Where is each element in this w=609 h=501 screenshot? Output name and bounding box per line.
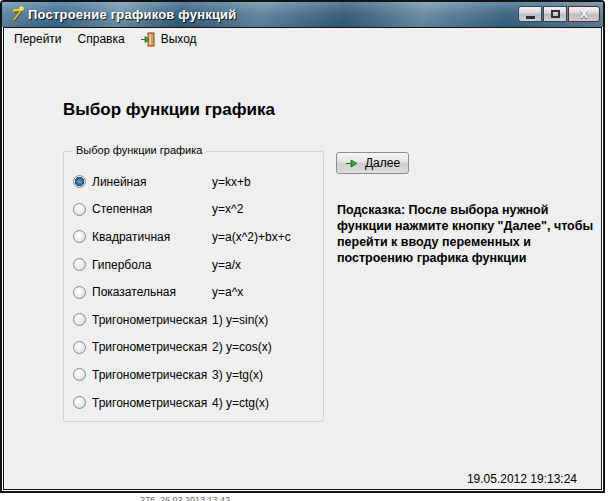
function-option-row[interactable]: Тригонометрическая 4) y=ctg(x)	[73, 389, 319, 417]
radio-label: Тригонометрическая	[92, 396, 212, 410]
menu-item-spravka[interactable]: Справка	[72, 29, 131, 49]
minimize-icon	[526, 16, 535, 19]
radio-button[interactable]	[73, 175, 86, 188]
radio-button[interactable]	[73, 230, 86, 243]
radio-button[interactable]	[73, 368, 86, 381]
background-content-fragment: 276. 26.02.2013 13:43	[140, 495, 230, 501]
exit-toolbar-button[interactable]: Выход	[135, 30, 202, 49]
function-option-row[interactable]: Тригонометрическая 2) y=cos(x)	[73, 334, 319, 362]
function-option-row[interactable]: Показательная y=a^x	[73, 278, 319, 306]
window-title: Построение графиков функций	[28, 7, 237, 22]
radio-formula: y=a/x	[212, 258, 241, 272]
radio-label: Линейная	[92, 175, 212, 189]
radio-formula: y=x^2	[212, 202, 243, 216]
radio-label: Показательная	[92, 285, 212, 299]
function-option-row[interactable]: Степенная y=x^2	[73, 196, 319, 224]
menu-item-perejti[interactable]: Перейти	[8, 29, 68, 49]
datetime-label: 19.05.2012 19:13:24	[467, 472, 577, 486]
radio-button[interactable]	[73, 258, 86, 271]
radio-button[interactable]	[73, 203, 86, 216]
titlebar[interactable]: 7 Построение графиков функций X	[2, 2, 603, 27]
green-arrow-icon	[345, 158, 358, 169]
app-window: 7 Построение графиков функций X Перейти …	[0, 0, 605, 493]
hint-text: Подсказка: После выбора нужной функции н…	[337, 202, 601, 266]
radio-group-list: Линейная y=kx+b Степенная y=x^2 Квадрати…	[73, 168, 319, 416]
minimize-button[interactable]	[518, 6, 542, 22]
next-button-label: Далее	[365, 156, 400, 170]
client-area: Выбор функции графика Выбор функции граф…	[4, 50, 601, 489]
menubar: Перейти Справка Выход	[4, 28, 601, 50]
function-option-row[interactable]: Тригонометрическая 3) y=tg(x)	[73, 361, 319, 389]
next-button[interactable]: Далее	[336, 152, 409, 174]
radio-formula: y=a^x	[212, 285, 243, 299]
maximize-icon	[551, 10, 560, 18]
app-icon: 7	[7, 7, 23, 23]
close-button[interactable]: X	[568, 6, 600, 22]
page-title: Выбор функции графика	[63, 100, 275, 120]
radio-label: Тригонометрическая	[92, 368, 212, 382]
maximize-button[interactable]	[543, 6, 567, 22]
radio-label: Тригонометрическая	[92, 313, 212, 327]
radio-button[interactable]	[73, 396, 86, 409]
window-controls: X	[517, 6, 600, 22]
radio-formula: 1) y=sin(x)	[212, 313, 268, 327]
radio-label: Степенная	[92, 202, 212, 216]
function-option-row[interactable]: Линейная y=kx+b	[73, 168, 319, 196]
groupbox-title: Выбор функции графика	[72, 144, 206, 156]
radio-formula: y=kx+b	[212, 175, 251, 189]
radio-label: Гипербола	[92, 258, 212, 272]
radio-formula: y=a(x^2)+bx+c	[212, 230, 291, 244]
exit-door-icon	[140, 32, 156, 47]
window-body: Перейти Справка Выход Выбор функции граф…	[3, 27, 602, 490]
radio-button[interactable]	[73, 313, 86, 326]
radio-formula: 4) y=ctg(x)	[212, 396, 269, 410]
radio-label: Квадратичная	[92, 230, 212, 244]
radio-formula: 2) y=cos(x)	[212, 340, 272, 354]
function-option-row[interactable]: Тригонометрическая 1) y=sin(x)	[73, 306, 319, 334]
radio-label: Тригонометрическая	[92, 340, 212, 354]
close-icon: X	[580, 9, 587, 20]
function-option-row[interactable]: Гипербола y=a/x	[73, 251, 319, 279]
radio-button[interactable]	[73, 286, 86, 299]
radio-button[interactable]	[73, 341, 86, 354]
exit-label: Выход	[161, 32, 197, 46]
radio-formula: 3) y=tg(x)	[212, 368, 263, 382]
function-groupbox: Выбор функции графика Линейная y=kx+b Ст…	[63, 151, 324, 422]
function-option-row[interactable]: Квадратичная y=a(x^2)+bx+c	[73, 223, 319, 251]
